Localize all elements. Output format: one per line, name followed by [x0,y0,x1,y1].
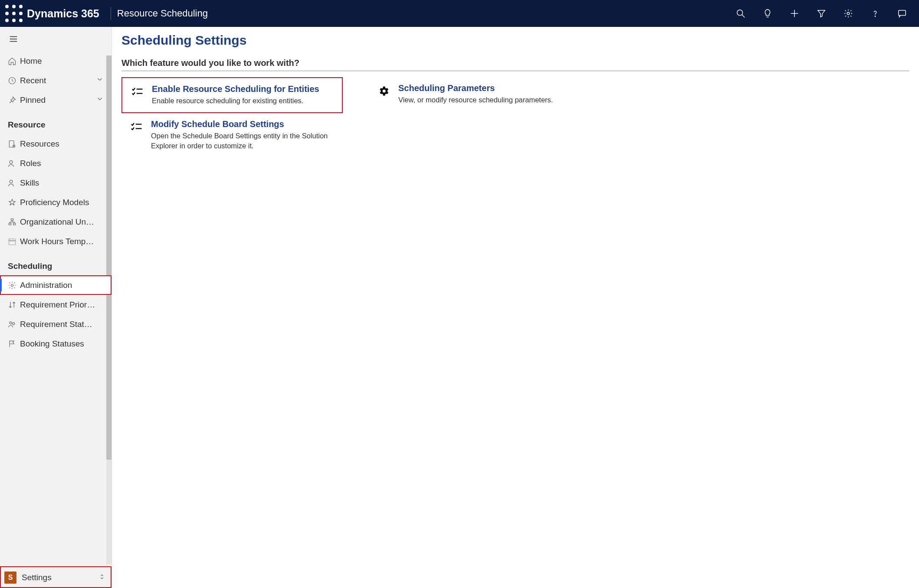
updown-icon [98,572,105,583]
nav-roles[interactable]: Roles [0,154,112,173]
divider [111,7,111,20]
chevron-down-icon [96,75,104,85]
brand-label[interactable]: Dynamics 365 [24,7,108,20]
calendar-icon [8,237,20,246]
svg-rect-28 [9,239,16,245]
home-icon [8,57,20,65]
app-subtitle[interactable]: Resource Scheduling [117,8,208,19]
pin-icon [8,96,20,105]
org-icon [8,218,20,226]
nav-pinned[interactable]: Pinned [0,90,112,110]
nav-label: Resources [20,139,59,149]
tile-desc: Enable resource scheduling for existing … [152,96,319,105]
gear-icon [8,281,20,290]
nav-label: Home [20,56,42,66]
svg-point-15 [875,16,875,16]
area-switcher[interactable]: S Settings [0,566,112,588]
gear-icon [375,83,392,106]
nav-label: Roles [20,159,41,168]
nav-recent[interactable]: Recent [0,71,112,90]
person-icon [8,179,20,187]
svg-point-14 [847,12,850,15]
svg-point-24 [10,180,13,183]
person-icon [8,159,20,168]
nav-label: Recent [20,76,46,85]
svg-point-0 [5,5,9,8]
clock-icon [8,76,20,85]
svg-rect-26 [9,223,11,225]
tile-modify-schedule-board[interactable]: Modify Schedule Board Settings Open the … [121,113,343,157]
nav-req-statuses[interactable]: Requirement Stat… [0,314,112,334]
top-bar: Dynamics 365 Resource Scheduling [0,0,919,27]
svg-point-7 [12,19,16,22]
filter-icon[interactable] [808,0,835,27]
nav-administration[interactable]: Administration [0,275,112,295]
svg-rect-16 [899,10,906,16]
add-icon[interactable] [781,0,808,27]
svg-point-23 [10,160,13,163]
nav-org-units[interactable]: Organizational Un… [0,212,112,232]
svg-point-2 [19,5,23,8]
tile-title: Enable Resource Scheduling for Entities [152,84,319,94]
svg-line-10 [742,15,745,17]
svg-point-9 [737,10,743,16]
svg-point-5 [19,12,23,15]
nav-label: Administration [20,281,72,290]
svg-rect-21 [9,140,14,147]
sort-icon [8,301,20,309]
scrollbar-thumb[interactable] [106,56,112,460]
resource-icon [8,140,20,148]
star-icon [8,198,20,207]
area-label: Settings [22,573,52,582]
app-launcher-icon[interactable] [3,3,24,24]
svg-point-31 [10,322,12,324]
flag-icon [8,340,20,348]
nav-home[interactable]: Home [0,51,112,71]
tile-enable-rs-entities[interactable]: Enable Resource Scheduling for Entities … [121,77,343,113]
chevron-down-icon [96,95,104,105]
tile-title: Modify Schedule Board Settings [151,119,333,129]
svg-point-1 [12,5,16,8]
svg-point-30 [11,284,13,286]
nav-skills[interactable]: Skills [0,173,112,193]
assistant-icon[interactable] [889,0,916,27]
svg-point-3 [5,12,9,15]
tile-grid: Enable Resource Scheduling for Entities … [121,77,590,157]
area-badge: S [4,572,16,584]
nav-resources[interactable]: Resources [0,134,112,154]
help-icon[interactable] [862,0,889,27]
svg-rect-25 [11,219,13,220]
nav-proficiency[interactable]: Proficiency Models [0,193,112,212]
people-icon [8,320,20,329]
tile-title: Scheduling Parameters [398,83,553,93]
nav-label: Organizational Un… [20,217,94,227]
nav-req-priorities[interactable]: Requirement Prior… [0,295,112,314]
nav-label: Skills [20,178,39,188]
nav-booking-statuses[interactable]: Booking Statuses [0,334,112,353]
settings-icon[interactable] [835,0,862,27]
svg-point-32 [13,322,15,324]
main-content: Scheduling Settings Which feature would … [112,27,919,588]
svg-rect-27 [13,223,16,225]
tile-scheduling-parameters[interactable]: Scheduling Parameters View, or modify re… [369,77,590,113]
tile-desc: View, or modify resource scheduling para… [398,95,553,105]
section-prompt: Which feature would you like to work wit… [121,58,909,71]
search-icon[interactable] [727,0,754,27]
idea-icon[interactable] [754,0,781,27]
nav-label: Work Hours Temp… [20,237,94,246]
svg-point-4 [12,12,16,15]
nav-label: Proficiency Models [20,198,89,207]
top-actions [727,0,916,27]
nav-label: Booking Statuses [20,339,84,349]
sidebar: Home Recent Pinned [0,27,112,588]
group-header-scheduling: Scheduling [0,251,112,275]
tile-desc: Open the Schedule Board Settings entity … [151,131,333,150]
nav-work-hours[interactable]: Work Hours Temp… [0,232,112,251]
sidebar-toggle-icon[interactable] [0,27,112,51]
group-header-resource: Resource [0,110,112,134]
page-title: Scheduling Settings [121,33,909,48]
svg-point-8 [19,19,23,22]
nav-label: Requirement Prior… [20,300,95,310]
nav-label: Pinned [20,95,46,105]
svg-point-6 [5,19,9,22]
